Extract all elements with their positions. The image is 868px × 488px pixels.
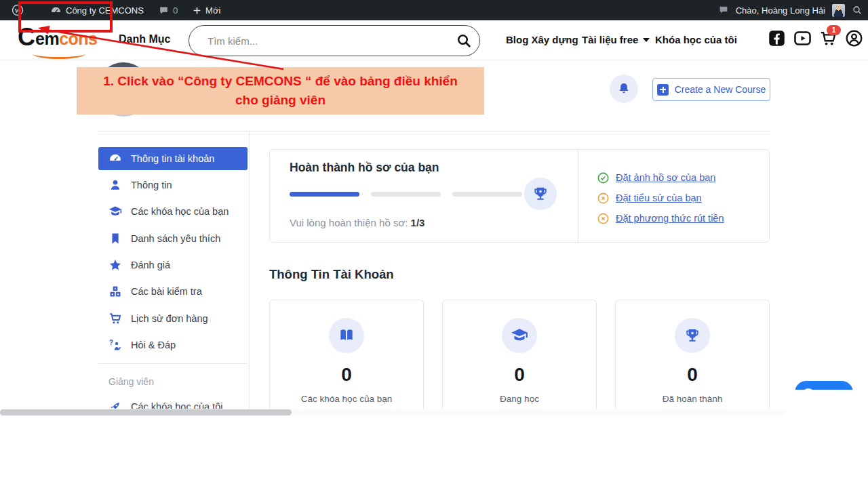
page: W Công ty CEMCONS 0 Mới Chào, Hoàng Long… bbox=[0, 0, 868, 488]
trophy-icon bbox=[684, 327, 701, 344]
checklist-item-bio: Đặt tiểu sử của bạn bbox=[597, 191, 702, 205]
horizontal-scrollbar-thumb[interactable] bbox=[0, 409, 292, 415]
stat-value: 0 bbox=[687, 365, 698, 384]
content-divider bbox=[98, 131, 770, 131]
sidebar-item-hoi-dap[interactable]: ? Hỏi & Đáp bbox=[98, 333, 248, 357]
trophy-icon bbox=[532, 185, 549, 203]
nav-khoa-hoc-cua-toi[interactable]: Khóa học của tôi bbox=[655, 34, 737, 45]
checklist-item-withdrawal: Đặt phương thức rút tiền bbox=[597, 211, 724, 225]
nav-blog[interactable]: Blog Xây dựng bbox=[506, 34, 578, 45]
checklist-link-photo[interactable]: Đặt ảnh hồ sơ của bạn bbox=[616, 172, 715, 183]
comment-bubble-icon bbox=[159, 5, 169, 16]
screen-bubble-icon[interactable] bbox=[718, 5, 729, 16]
svg-text:?: ? bbox=[109, 339, 113, 346]
sidebar-item-danh-sach-yeu-thich[interactable]: Danh sách yêu thích bbox=[98, 227, 248, 250]
admin-avatar[interactable] bbox=[832, 4, 845, 17]
dashboard-icon bbox=[108, 152, 122, 165]
bell-icon bbox=[616, 81, 631, 96]
question-answer-icon: ? bbox=[108, 338, 122, 352]
blocks-icon bbox=[108, 285, 122, 298]
graduation-cap-icon bbox=[511, 327, 528, 344]
sidebar-item-cac-khoa-hoc-cua-ban[interactable]: Các khóa học của bạn bbox=[98, 200, 248, 223]
account-icon[interactable] bbox=[845, 29, 863, 47]
footer-whitespace bbox=[0, 416, 868, 488]
stat-icon-circle bbox=[329, 318, 364, 353]
sidebar-item-cac-bai-kiem-tra[interactable]: Các bài kiểm tra bbox=[98, 280, 248, 303]
x-circle-icon bbox=[597, 212, 610, 225]
menu-danh-muc[interactable]: Danh Mục bbox=[119, 33, 170, 45]
order-history-cart-icon bbox=[108, 312, 122, 325]
header-icon-group: 1 bbox=[768, 29, 863, 47]
progress-segment-1 bbox=[290, 192, 359, 197]
user-icon bbox=[108, 178, 122, 192]
check-circle-icon bbox=[597, 171, 610, 184]
stat-icon-circle bbox=[502, 318, 537, 353]
account-section-heading: Thông Tin Tài Khoản bbox=[269, 267, 394, 282]
sidebar-item-thong-tin-tai-khoan[interactable]: Thông tin tài khoản bbox=[98, 147, 248, 170]
profile-trophy-badge bbox=[524, 178, 557, 210]
annotation-step-text: 1. Click vào “Công ty CEMCONS “ để vào b… bbox=[77, 72, 484, 110]
checklist-link-bio[interactable]: Đặt tiểu sử của bạn bbox=[616, 192, 702, 203]
stat-icon-circle bbox=[675, 318, 710, 353]
sidebar-item-danh-gia[interactable]: Đánh giá bbox=[98, 253, 248, 277]
search-input[interactable] bbox=[206, 35, 448, 47]
stat-value: 0 bbox=[341, 365, 352, 384]
profile-progress-note: Vui lòng hoàn thiện hồ sơ: 1/3 bbox=[290, 217, 425, 228]
profile-card-title: Hoàn thành hồ sơ của bạn bbox=[290, 161, 439, 175]
progress-segment-3 bbox=[452, 192, 522, 197]
plus-icon bbox=[193, 6, 201, 15]
admin-greeting[interactable]: Chào, Hoàng Long Hải bbox=[736, 5, 825, 16]
admin-comments-count: 0 bbox=[173, 5, 178, 16]
admin-new-label: Mới bbox=[205, 5, 220, 16]
checklist-item-photo: Đặt ảnh hồ sơ của bạn bbox=[597, 171, 715, 184]
search-bar bbox=[189, 25, 480, 56]
chat-widget-cover bbox=[785, 390, 868, 424]
sidebar-section-giang-vien: Giảng viên bbox=[108, 376, 154, 387]
chevron-down-icon bbox=[643, 38, 650, 42]
profile-card-divider bbox=[578, 149, 578, 243]
notification-button[interactable] bbox=[610, 75, 638, 103]
search-button[interactable] bbox=[448, 27, 479, 54]
stat-card-completed: 0 Đã hoàn thành bbox=[615, 300, 770, 416]
stat-label: Đang học bbox=[500, 394, 539, 404]
annotation-callout: 1. Click vào “Công ty CEMCONS “ để vào b… bbox=[77, 67, 484, 115]
nav-tai-lieu-free[interactable]: Tài liệu free bbox=[582, 34, 650, 45]
admin-comments[interactable]: 0 bbox=[153, 0, 183, 20]
facebook-icon[interactable] bbox=[768, 29, 786, 47]
stat-card-your-courses: 0 Các khóa học của bạn bbox=[269, 300, 424, 416]
sidebar-item-thong-tin[interactable]: Thông tin bbox=[98, 174, 248, 197]
admin-search-icon[interactable] bbox=[852, 5, 863, 16]
open-book-icon bbox=[338, 327, 355, 344]
stat-label: Đã hoàn thành bbox=[663, 394, 723, 404]
profile-progress-value: 1/3 bbox=[411, 217, 425, 228]
logo-swoosh bbox=[33, 49, 85, 59]
stat-label: Các khóa học của bạn bbox=[301, 394, 392, 404]
progress-segment-2 bbox=[371, 192, 441, 197]
admin-new-button[interactable]: Mới bbox=[187, 0, 226, 20]
create-course-button[interactable]: Create a New Course bbox=[652, 78, 770, 101]
sidebar-section-divider bbox=[98, 363, 248, 364]
stat-card-enrolled: 0 Đang học bbox=[442, 300, 597, 416]
graduation-cap-icon bbox=[108, 205, 122, 218]
youtube-icon[interactable] bbox=[793, 29, 812, 47]
wp-admin-bar: W Công ty CEMCONS 0 Mới Chào, Hoàng Long… bbox=[0, 0, 868, 20]
bookmark-icon bbox=[108, 232, 122, 245]
checklist-link-withdrawal[interactable]: Đặt phương thức rút tiền bbox=[616, 213, 724, 224]
sidebar-item-lich-su-don-hang[interactable]: Lịch sử đơn hàng bbox=[98, 307, 248, 330]
sidebar-divider bbox=[249, 131, 250, 413]
x-circle-icon bbox=[597, 192, 610, 205]
plus-square-icon bbox=[657, 84, 669, 96]
cart-icon[interactable]: 1 bbox=[819, 29, 837, 47]
cart-badge: 1 bbox=[827, 25, 841, 35]
annotation-highlight-rect bbox=[18, 1, 113, 33]
search-icon bbox=[456, 33, 472, 49]
star-icon bbox=[108, 258, 122, 272]
stat-value: 0 bbox=[514, 365, 525, 384]
